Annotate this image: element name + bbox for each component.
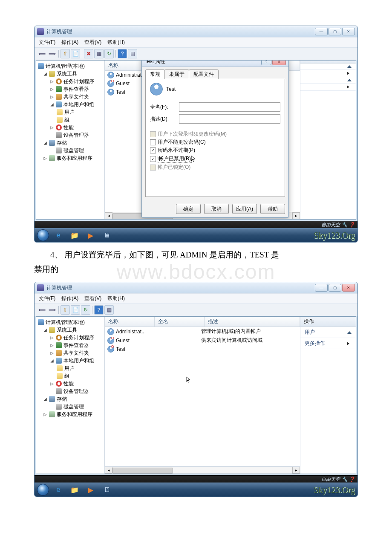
start-button[interactable] — [37, 484, 49, 496]
tree-users-folder[interactable]: 用户 — [56, 108, 104, 116]
up-button[interactable]: ⇧ — [61, 49, 70, 58]
action-collapse-1[interactable] — [300, 64, 356, 70]
apply-button[interactable]: 应用(A) — [232, 204, 257, 214]
refresh-button[interactable]: ↻ — [81, 305, 90, 315]
tree-event-viewer[interactable]: ▷事件查看器 — [49, 85, 104, 93]
tab-profile[interactable]: 配置文件 — [189, 69, 219, 79]
tree-services-apps[interactable]: ▷服务和应用程序 — [42, 154, 104, 162]
cancel-button[interactable]: 取消 — [204, 204, 229, 214]
menu-view[interactable]: 查看(V) — [84, 39, 101, 46]
properties-button[interactable]: 📄 — [71, 49, 80, 58]
checkbox-account-disabled[interactable] — [150, 156, 156, 162]
tree-storage[interactable]: ◢存储 — [42, 395, 104, 403]
window-titlebar[interactable]: 计算机管理 — ▢ ✕ — [35, 282, 357, 293]
tree-groups-folder[interactable]: 组 — [56, 116, 104, 124]
col-name[interactable]: 名称 — [105, 317, 155, 327]
dialog-help-btn[interactable]: 帮助 — [260, 204, 285, 214]
description-input[interactable] — [179, 114, 280, 124]
taskbar-media-icon[interactable]: ▶ — [84, 485, 98, 495]
back-button[interactable]: ⟸ — [37, 305, 46, 315]
dialog-body: Test 全名(F): 描述(D): 用户下次登录时须更改密码(M) — [145, 79, 285, 197]
refresh-button[interactable]: ↻ — [104, 49, 114, 58]
tab-general[interactable]: 常规 — [145, 69, 165, 79]
help-button[interactable]: ? — [118, 49, 127, 58]
taskbar-computer-icon[interactable]: 🖥 — [100, 230, 114, 240]
action-expand-1[interactable] — [300, 70, 356, 77]
action-more[interactable]: 更多操作 — [300, 338, 356, 349]
maximize-button[interactable]: ▢ — [329, 284, 341, 292]
action-expand-2[interactable] — [300, 84, 356, 91]
taskbar-ie-icon[interactable]: e — [52, 485, 65, 495]
close-button-window[interactable]: ✕ — [342, 284, 355, 292]
minimize-button[interactable]: — — [315, 284, 328, 292]
taskbar-explorer-icon[interactable]: 📁 — [68, 485, 81, 495]
action-users[interactable]: 用户 — [300, 327, 356, 338]
folder-icon — [57, 365, 63, 371]
window-titlebar[interactable]: 计算机管理 — ▢ ✕ — [35, 26, 357, 37]
delete-button[interactable]: ✖ — [84, 49, 93, 58]
export-button[interactable]: ▦ — [94, 49, 104, 58]
tree-users-folder[interactable]: 用户 — [56, 364, 104, 372]
list-button[interactable]: ▤ — [128, 49, 137, 58]
tree-performance[interactable]: ▷性能 — [49, 380, 104, 387]
back-button[interactable]: ⟸ — [37, 49, 46, 58]
tree-services-apps[interactable]: ▷服务和应用程序 — [42, 410, 104, 418]
list-button[interactable]: ▤ — [104, 305, 114, 315]
menu-help[interactable]: 帮助(H) — [107, 295, 125, 302]
checkbox-never-expire[interactable] — [150, 147, 156, 153]
fullname-input[interactable] — [179, 102, 280, 112]
tree-device-manager[interactable]: 设备管理器 — [49, 131, 104, 139]
tree-disk-mgmt[interactable]: 磁盘管理 — [49, 403, 104, 410]
tree-system-tools[interactable]: ◢系统工具 — [42, 70, 104, 78]
folder-icon — [57, 373, 63, 379]
tree-task-scheduler[interactable]: ▷任务计划程序 — [49, 78, 104, 85]
maximize-button[interactable]: ▢ — [329, 28, 341, 35]
menu-file[interactable]: 文件(F) — [39, 39, 55, 46]
tab-memberof[interactable]: 隶属于 — [164, 69, 189, 79]
tree-disk-mgmt[interactable]: 磁盘管理 — [49, 147, 104, 154]
taskbar-media-icon[interactable]: ▶ — [84, 230, 98, 240]
tree-event-viewer[interactable]: ▷事件查看器 — [49, 341, 104, 349]
taskbar-explorer-icon[interactable]: 📁 — [68, 230, 81, 240]
chevron-right-icon — [347, 72, 352, 75]
dialog-help-button[interactable]: ? — [261, 61, 271, 65]
taskbar-ie-icon[interactable]: e — [52, 230, 65, 240]
help-button[interactable]: ? — [94, 305, 104, 315]
forward-button[interactable]: ⟹ — [47, 49, 57, 58]
dialog-titlebar[interactable]: Test 属性 ? ✕ — [142, 61, 288, 67]
tree-performance[interactable]: ▷性能 — [49, 124, 104, 131]
tree-shared-folders[interactable]: ▷共享文件夹 — [49, 349, 104, 357]
checkbox-cannot-change[interactable] — [150, 139, 156, 145]
tree-root[interactable]: 计算机管理(本地) — [37, 62, 104, 70]
menu-action[interactable]: 操作(A) — [61, 295, 78, 302]
tree-task-scheduler[interactable]: ▷任务计划程序 — [49, 334, 104, 341]
tree-device-manager[interactable]: 设备管理器 — [49, 387, 104, 395]
tree-root[interactable]: 计算机管理(本地) — [37, 318, 104, 326]
dialog-close-button[interactable]: ✕ — [272, 61, 286, 65]
user-row-admin[interactable]: Administrat... 管理计算机(域)的内置帐户 — [105, 327, 300, 336]
menu-view[interactable]: 查看(V) — [84, 295, 101, 302]
taskbar-computer-icon[interactable]: 🖥 — [100, 485, 114, 495]
action-collapse-2[interactable] — [300, 77, 356, 84]
up-button[interactable]: ⇧ — [61, 305, 70, 315]
menu-file[interactable]: 文件(F) — [39, 295, 55, 302]
properties-button[interactable]: 📄 — [71, 305, 80, 315]
tree-shared-folders[interactable]: ▷共享文件夹 — [49, 93, 104, 101]
horizontal-scrollbar[interactable]: ◂▸ — [105, 466, 300, 474]
tree-local-users[interactable]: ◢本地用户和组 — [49, 357, 104, 364]
tree-local-users[interactable]: ◢本地用户和组 — [49, 101, 104, 108]
forward-button[interactable]: ⟹ — [47, 305, 57, 315]
start-button[interactable] — [37, 229, 49, 241]
minimize-button[interactable]: — — [315, 28, 328, 35]
user-row-guest[interactable]: Guest 供来宾访问计算机或访问域 — [105, 336, 300, 345]
menu-help[interactable]: 帮助(H) — [107, 39, 125, 46]
tree-storage[interactable]: ◢存储 — [42, 139, 104, 147]
menu-action[interactable]: 操作(A) — [61, 39, 78, 46]
tree-groups-folder[interactable]: 组 — [56, 372, 104, 380]
close-button-window[interactable]: ✕ — [342, 28, 355, 35]
user-row-test[interactable]: Test — [105, 345, 300, 353]
tree-system-tools[interactable]: ◢系统工具 — [42, 326, 104, 334]
col-description[interactable]: 描述 — [205, 317, 300, 327]
col-fullname[interactable]: 全名 — [155, 317, 205, 327]
ok-button[interactable]: 确定 — [176, 204, 201, 214]
